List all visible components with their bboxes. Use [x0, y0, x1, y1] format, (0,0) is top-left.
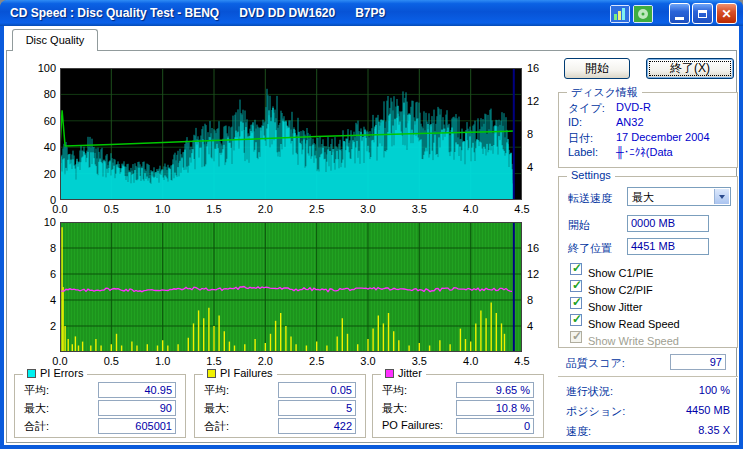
jitter-swatch — [385, 369, 394, 378]
pi-failures-legend-title: PI Failures — [203, 367, 277, 379]
start-position-field[interactable]: 0000 MB — [627, 215, 709, 232]
checkbox-icon — [570, 263, 582, 275]
avg-label: 平均: — [204, 384, 229, 396]
end-position-label: 終了位置 — [568, 241, 612, 256]
max-label: 最大: — [382, 402, 407, 414]
disc-type-label: タイプ: — [568, 102, 605, 114]
titlebar-icon-disc[interactable] — [633, 5, 653, 23]
transfer-speed-label: 転送速度 — [568, 191, 612, 206]
tab-disc-quality[interactable]: Disc Quality — [12, 29, 98, 51]
checkbox-icon — [570, 331, 582, 343]
minimize-icon — [675, 17, 684, 20]
close-button[interactable]: ✕ — [716, 3, 737, 24]
progress-label: 進行状況: — [566, 384, 613, 399]
pi-failures-jitter-chart — [60, 222, 522, 352]
pi-failures-y-axis-left: 108642 — [32, 222, 58, 352]
legend-title-text: PI Failures — [220, 367, 273, 379]
titlebar[interactable]: CD Speed : Disc Quality Test - BENQ DVD … — [0, 0, 743, 26]
titlebar-buttons: ✕ — [610, 3, 737, 24]
pi-failures-max-value: 5 — [278, 400, 356, 416]
checkbox-icon — [570, 314, 582, 326]
position-label: ポジション: — [566, 404, 625, 419]
legend-title-text: PI Errors — [40, 367, 83, 379]
maximize-icon — [698, 10, 707, 18]
progress-value: 100 % — [699, 384, 730, 396]
jitter-y-axis-right: 161284 — [524, 222, 546, 352]
close-icon: ✕ — [721, 7, 731, 21]
disc-label-value: ╫･ﾆｸﾈ(Data — [616, 146, 673, 158]
settings-title: Settings — [571, 169, 611, 181]
maximize-button[interactable] — [692, 3, 713, 24]
start-position-label: 開始 — [568, 218, 590, 233]
window-title: CD Speed : Disc Quality Test - BENQ DVD … — [10, 6, 385, 20]
disc-info-group: ディスク情報 タイプ:DVD-R ID:AN32 日付:17 December … — [558, 92, 738, 168]
pi-errors-max-value: 90 — [98, 400, 176, 416]
quality-score-label: 品質スコア: — [566, 356, 625, 371]
show-read-speed-checkbox[interactable]: Show Read Speed — [570, 314, 680, 329]
pi-errors-legend: PI Errors 平均:40.95 最大:90 合計:605001 — [14, 374, 186, 438]
pi-failures-legend: PI Failures 平均:0.05 最大:5 合計:422 — [194, 374, 366, 438]
disc-info-title: ディスク情報 — [571, 85, 638, 100]
minimize-button[interactable] — [669, 3, 690, 24]
pi-errors-swatch — [27, 369, 36, 378]
disc-date-label: 日付: — [568, 132, 593, 144]
pi-failures-x-axis: 0.00.51.01.52.02.53.03.54.04.5 — [60, 355, 522, 368]
show-c1-pie-checkbox[interactable]: Show C1/PIE — [570, 263, 653, 278]
disc-type-value: DVD-R — [616, 101, 651, 113]
start-button[interactable]: 開始 — [564, 58, 630, 79]
speed-y-axis-right: 161284 — [524, 68, 546, 200]
jitter-max-value: 10.8 % — [456, 400, 534, 416]
avg-label: 平均: — [24, 384, 49, 396]
legend-title-text: Jitter — [398, 367, 422, 379]
po-failures-value: 0 — [456, 418, 534, 434]
total-label: 合計: — [24, 420, 49, 432]
po-failures-label: PO Failures: — [382, 419, 443, 431]
jitter-legend: Jitter 平均:9.65 % 最大:10.8 % PO Failures:0 — [372, 374, 544, 438]
pi-errors-y-axis-left: 100806040200 — [32, 68, 58, 200]
jitter-legend-title: Jitter — [381, 367, 426, 379]
avg-label: 平均: — [382, 384, 407, 396]
speed-value: 8.35 X — [698, 424, 730, 436]
pi-failures-average-value: 0.05 — [278, 382, 356, 398]
titlebar-icon-graph[interactable] — [610, 5, 630, 23]
checkbox-icon — [570, 297, 582, 309]
pi-failures-total-value: 422 — [278, 418, 356, 434]
disc-id-value: AN32 — [616, 116, 644, 128]
exit-button[interactable]: 終了(X) — [646, 58, 734, 79]
jitter-average-value: 9.65 % — [456, 382, 534, 398]
max-label: 最大: — [24, 402, 49, 414]
show-jitter-checkbox[interactable]: Show Jitter — [570, 297, 642, 312]
settings-group: Settings 転送速度 最大 開始 0000 MB 終了位置 4451 MB… — [558, 176, 738, 348]
pi-errors-x-axis: 0.00.51.01.52.02.53.03.54.04.5 — [60, 203, 522, 216]
max-label: 最大: — [204, 402, 229, 414]
pi-errors-legend-title: PI Errors — [23, 367, 87, 379]
pi-errors-chart — [60, 68, 522, 200]
separator — [558, 376, 738, 378]
disc-label-label: Label: — [568, 146, 598, 158]
show-c2-pif-checkbox[interactable]: Show C2/PIF — [570, 280, 653, 295]
quality-score-value: 97 — [670, 354, 726, 370]
chevron-down-icon[interactable] — [714, 189, 729, 204]
total-label: 合計: — [204, 420, 229, 432]
client-area: Disc Quality 100806040200 161284 0.00.51… — [4, 26, 739, 445]
end-position-field[interactable]: 4451 MB — [627, 238, 709, 255]
checkbox-icon — [570, 280, 582, 292]
app-window: CD Speed : Disc Quality Test - BENQ DVD … — [0, 0, 743, 449]
disc-id-label: ID: — [568, 116, 582, 128]
position-value: 4450 MB — [686, 404, 730, 416]
disc-date-value: 17 December 2004 — [616, 131, 710, 143]
speed-label: 速度: — [566, 424, 591, 439]
pi-errors-average-value: 40.95 — [98, 382, 176, 398]
pi-errors-total-value: 605001 — [98, 418, 176, 434]
pi-failures-swatch — [207, 369, 216, 378]
show-write-speed-checkbox: Show Write Speed — [570, 331, 679, 346]
transfer-speed-select[interactable]: 最大 — [627, 187, 731, 206]
